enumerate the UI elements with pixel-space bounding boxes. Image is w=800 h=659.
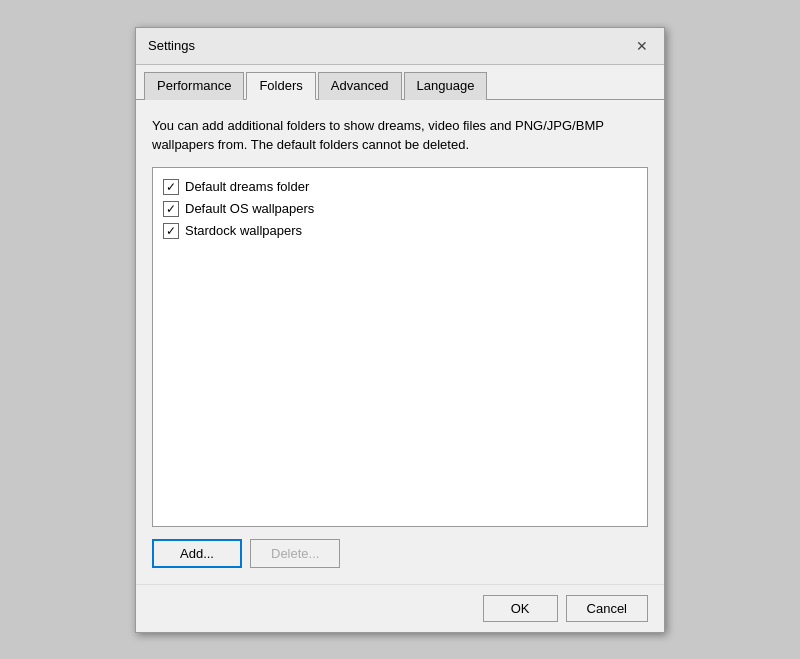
folder-item-default-os[interactable]: Default OS wallpapers <box>161 198 639 220</box>
checkbox-default-os[interactable] <box>163 201 179 217</box>
checkbox-stardock[interactable] <box>163 223 179 239</box>
tab-bar: Performance Folders Advanced Language <box>136 65 664 100</box>
tab-content: You can add additional folders to show d… <box>136 100 664 584</box>
dialog-title: Settings <box>148 38 195 53</box>
dialog-footer: OK Cancel <box>136 584 664 632</box>
folder-label-stardock: Stardock wallpapers <box>185 223 302 238</box>
tab-folders[interactable]: Folders <box>246 72 315 100</box>
folder-list: Default dreams folder Default OS wallpap… <box>152 167 648 527</box>
add-button[interactable]: Add... <box>152 539 242 568</box>
close-button[interactable]: ✕ <box>632 36 652 56</box>
folder-list-wrapper: Default dreams folder Default OS wallpap… <box>152 167 648 527</box>
folder-label-default-os: Default OS wallpapers <box>185 201 314 216</box>
folder-label-default-dreams: Default dreams folder <box>185 179 309 194</box>
folder-item-default-dreams[interactable]: Default dreams folder <box>161 176 639 198</box>
settings-dialog: Settings ✕ Performance Folders Advanced … <box>135 27 665 633</box>
folder-buttons: Add... Delete... <box>152 539 648 568</box>
tab-performance[interactable]: Performance <box>144 72 244 100</box>
cancel-button[interactable]: Cancel <box>566 595 648 622</box>
checkbox-default-dreams[interactable] <box>163 179 179 195</box>
tab-advanced[interactable]: Advanced <box>318 72 402 100</box>
folder-item-stardock[interactable]: Stardock wallpapers <box>161 220 639 242</box>
description-text: You can add additional folders to show d… <box>152 116 648 155</box>
tab-language[interactable]: Language <box>404 72 488 100</box>
ok-button[interactable]: OK <box>483 595 558 622</box>
delete-button[interactable]: Delete... <box>250 539 340 568</box>
title-bar: Settings ✕ <box>136 28 664 65</box>
